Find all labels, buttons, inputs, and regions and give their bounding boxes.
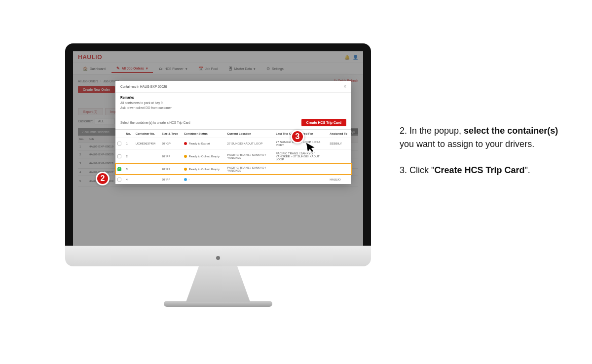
instruction-step-3: 3. Click "Create HCS Trip Card". [400,164,567,177]
remarks-heading: Remarks [120,96,346,99]
containers-table: No. Container No. Size & Type Container … [115,129,351,184]
create-hcs-trip-card-button[interactable]: Create HCS Trip Card [301,119,346,126]
container-row[interactable]: 320' RF Ready to Collect EmptyPACIFIC TR… [115,163,351,175]
row-checkbox[interactable] [117,167,121,171]
popup-title: Containers in HAUG-EXP-00020 [120,85,167,88]
status-dot-icon [184,168,187,171]
instruction-step-2: 2. In the popup, select the container(s)… [400,124,567,151]
status-dot-icon [184,155,187,158]
row-checkbox[interactable] [117,154,121,158]
remark-line: Ask driver collect DO from customer [120,106,346,110]
callout-badge-2: 2 [96,172,110,185]
row-checkbox[interactable] [117,142,121,146]
status-dot-icon [184,178,187,181]
close-icon[interactable]: × [343,84,346,89]
remark-line: All containers to park at bay 9. [120,101,346,106]
callout-badge-3: 3 [291,130,304,144]
containers-popup: Containers in HAUG-EXP-00020 × Remarks A… [115,81,351,184]
device-mockup: HAULIO 🔔 👤 🏠Dashboard ✎All Job Orders ▾ … [65,43,371,307]
container-row[interactable]: 420' RF -HAULIO [115,175,351,184]
status-dot-icon [184,142,187,145]
cursor-icon [305,140,319,157]
instruction-panel: 2. In the popup, select the container(s)… [400,124,567,190]
row-checkbox[interactable] [117,178,121,182]
select-hint: Select the container(s) to create a HCS … [120,121,190,124]
